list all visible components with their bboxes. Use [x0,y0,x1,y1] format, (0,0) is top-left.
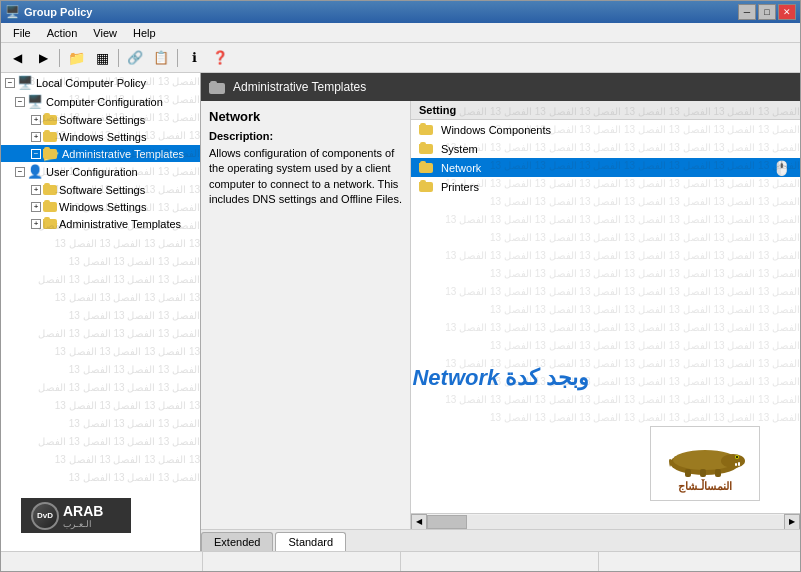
scroll-left-arrow[interactable]: ◀ [411,514,427,530]
main-window: 🖥️ Group Policy ─ □ ✕ File Action View H… [0,0,801,572]
sw-cc-expand[interactable]: + [31,115,41,125]
tree-cc-label: Computer Configuration [46,96,163,108]
tree-root-label: Local Computer Policy [36,77,146,89]
tree-sw-uc-label: Software Settings [59,184,145,196]
cc-expand[interactable]: − [15,97,25,107]
cc-icon: 🖥️ [27,94,43,109]
main-area: الفصل 13 الفصل 13 الفصل 13 الفصل 13 الفص… [1,73,800,551]
dnd-logo: DvD ARAB الـعـرب [21,498,131,533]
tree-sw-cc-label: Software Settings [59,114,145,126]
tab-bar: Extended Standard [201,529,800,551]
tab-extended[interactable]: Extended [201,532,273,551]
folder-icon-win-uc [43,200,59,213]
close-button[interactable]: ✕ [778,4,796,20]
title-bar-left: 🖥️ Group Policy [5,5,92,19]
list-button[interactable]: ▦ [90,47,114,69]
folder-icon-sw-uc [43,183,59,196]
toolbar: ◀ ▶ 📁 ▦ 🔗 📋 ℹ ❓ [1,43,800,73]
settings-header: Setting [411,101,800,120]
menu-help[interactable]: Help [125,25,164,41]
breadcrumb-bar: Administrative Templates [201,73,800,101]
win-uc-expand[interactable]: + [31,202,41,212]
menu-view[interactable]: View [85,25,125,41]
maximize-button[interactable]: □ [758,4,776,20]
tree-item-user-config[interactable]: − 👤 User Configuration [1,162,200,181]
adm-uc-expand[interactable]: + [31,219,41,229]
folder-icon-win-comp [419,123,435,136]
toolbar-separator-1 [59,49,60,67]
menu-file[interactable]: File [5,25,39,41]
right-panel: الفصل 13 الفصل 13 الفصل 13 الفصل 13 الفص… [201,73,800,551]
properties-button[interactable]: ℹ [182,47,206,69]
desc-subtitle: Description: [209,130,402,142]
tree-win-cc-label: Windows Settings [59,131,146,143]
root-icon: 🖥️ [17,75,33,90]
settings-item-network[interactable]: Network 🖱️ [411,158,800,177]
win-cc-expand[interactable]: + [31,132,41,142]
folder-button[interactable]: 📁 [64,47,88,69]
forward-button[interactable]: ▶ [31,47,55,69]
status-section-3 [401,552,599,571]
tree-uc-label: User Configuration [46,166,138,178]
horizontal-scrollbar[interactable]: ◀ ▶ [411,513,800,529]
help-button[interactable]: ❓ [208,47,232,69]
dnd-logo-title: ARAB [63,503,103,519]
scroll-thumb [427,515,467,529]
status-bar [1,551,800,571]
desc-title: Network [209,109,402,124]
connect-button[interactable]: 🔗 [123,47,147,69]
settings-panel: Setting Windows Components System [411,101,800,529]
folder-icon-sw-cc [43,113,59,126]
settings-item-label-1: System [441,143,478,155]
uc-icon: 👤 [27,164,43,179]
dnd-logo-disc: DvD [31,502,59,530]
uc-expand[interactable]: − [15,167,25,177]
settings-list: Windows Components System Network 🖱️ [411,120,800,513]
tree-panel: الفصل 13 الفصل 13 الفصل 13 الفصل 13 الفص… [1,73,201,551]
folder-icon-network [419,161,435,174]
desc-text: Allows configuration of components of th… [209,146,402,208]
toolbar-separator-3 [177,49,178,67]
settings-item-label-2: Network [441,162,481,174]
title-bar: 🖥️ Group Policy ─ □ ✕ [1,1,800,23]
settings-item-printers[interactable]: Printers [411,177,800,196]
content-split: Network Description: Allows configuratio… [201,101,800,529]
status-section-4 [599,552,796,571]
settings-item-label-3: Printers [441,181,479,193]
cursor-pointer-icon: 🖱️ [773,160,790,176]
breadcrumb-folder-icon [209,80,227,94]
status-section-1 [5,552,203,571]
sw-uc-expand[interactable]: + [31,185,41,195]
dnd-logo-sub: الـعـرب [63,519,103,529]
minimize-button[interactable]: ─ [738,4,756,20]
back-button[interactable]: ◀ [5,47,29,69]
settings-item-windows-components[interactable]: Windows Components [411,120,800,139]
app-icon: 🖥️ [5,5,20,19]
title-bar-buttons: ─ □ ✕ [738,4,796,20]
folder-icon-adm-cc: 📂 [43,147,59,160]
tree-item-root[interactable]: − 🖥️ Local Computer Policy [1,73,200,92]
root-expand[interactable]: − [5,78,15,88]
tree-item-admin-cc[interactable]: − 📂 Administrative Templates [1,145,200,162]
folder-icon-win-cc [43,130,59,143]
breadcrumb-label: Administrative Templates [233,80,366,94]
description-panel: Network Description: Allows configuratio… [201,101,411,529]
tree-item-computer-config[interactable]: − 🖥️ Computer Configuration [1,92,200,111]
tree-item-windows-cc[interactable]: + Windows Settings [1,128,200,145]
scroll-track [427,515,784,529]
menu-action[interactable]: Action [39,25,86,41]
disconnect-button[interactable]: 📋 [149,47,173,69]
tab-standard[interactable]: Standard [275,532,346,551]
settings-item-system[interactable]: System [411,139,800,158]
folder-icon-adm-uc [43,217,59,230]
settings-header-label: Setting [419,104,456,116]
tree-adm-uc-label: Administrative Templates [59,218,181,230]
tree-item-windows-uc[interactable]: + Windows Settings [1,198,200,215]
adm-cc-expand[interactable]: − [31,149,41,159]
folder-icon-system [419,142,435,155]
status-section-2 [203,552,401,571]
tree-item-admin-uc[interactable]: + Administrative Templates [1,215,200,232]
scroll-right-arrow[interactable]: ▶ [784,514,800,530]
tree-item-software-cc[interactable]: + Software Settings [1,111,200,128]
tree-item-software-uc[interactable]: + Software Settings [1,181,200,198]
